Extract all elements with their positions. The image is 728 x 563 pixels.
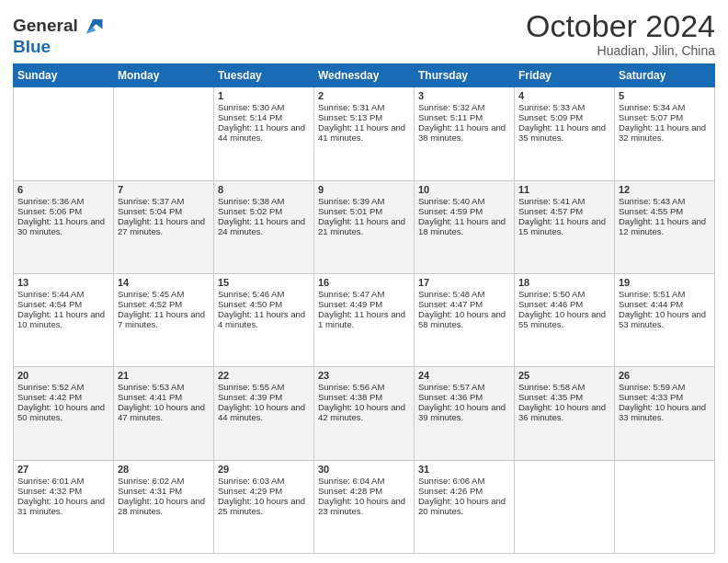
cell-text: Daylight: 11 hours and 35 minutes. — [518, 122, 610, 143]
month-title: October 2024 — [526, 9, 715, 43]
cell-text: Sunrise: 5:52 AM — [17, 382, 109, 392]
cell-text: Sunset: 4:52 PM — [118, 299, 210, 309]
day-number: 9 — [318, 184, 410, 195]
day-number: 11 — [518, 184, 610, 195]
day-number: 23 — [318, 370, 410, 381]
day-number: 15 — [218, 277, 310, 288]
cell-text: Sunrise: 5:37 AM — [118, 196, 210, 206]
calendar-cell: 9Sunrise: 5:39 AMSunset: 5:01 PMDaylight… — [314, 180, 415, 273]
cell-text: Sunset: 4:54 PM — [17, 299, 109, 309]
cell-text: Sunset: 4:55 PM — [619, 206, 711, 216]
day-number: 2 — [318, 90, 410, 101]
cell-text: Sunrise: 5:55 AM — [218, 382, 310, 392]
cell-text: Sunrise: 5:48 AM — [418, 289, 510, 299]
cell-text: Daylight: 11 hours and 4 minutes. — [218, 309, 310, 329]
calendar-cell: 1Sunrise: 5:30 AMSunset: 5:14 PMDaylight… — [214, 87, 314, 180]
cell-text: Sunset: 4:49 PM — [318, 299, 410, 309]
day-number: 27 — [17, 464, 109, 475]
calendar-cell: 21Sunrise: 5:53 AMSunset: 4:41 PMDayligh… — [114, 367, 214, 460]
cell-text: Daylight: 10 hours and 47 minutes. — [118, 402, 210, 422]
cell-text: Daylight: 10 hours and 50 minutes. — [17, 402, 109, 422]
cell-text: Daylight: 10 hours and 31 minutes. — [17, 496, 109, 516]
day-number: 25 — [518, 370, 610, 381]
calendar-cell: 25Sunrise: 5:58 AMSunset: 4:35 PMDayligh… — [515, 367, 615, 460]
logo-icon — [80, 13, 106, 39]
day-header-monday: Monday — [114, 64, 214, 87]
cell-text: Sunrise: 5:43 AM — [619, 196, 711, 206]
cell-text: Sunset: 4:41 PM — [118, 392, 210, 402]
cell-text: Sunrise: 5:41 AM — [518, 196, 610, 206]
calendar-cell: 5Sunrise: 5:34 AMSunset: 5:07 PMDaylight… — [615, 87, 715, 180]
day-number: 24 — [418, 370, 510, 381]
day-number: 5 — [619, 90, 711, 101]
cell-text: Sunset: 4:42 PM — [17, 392, 109, 402]
day-number: 1 — [218, 90, 310, 101]
calendar-cell: 3Sunrise: 5:32 AMSunset: 5:11 PMDaylight… — [415, 87, 515, 180]
cell-text: Daylight: 11 hours and 18 minutes. — [418, 216, 510, 236]
cell-text: Sunset: 4:46 PM — [518, 299, 610, 309]
cell-text: Sunset: 4:38 PM — [318, 392, 410, 402]
cell-text: Daylight: 10 hours and 58 minutes. — [418, 309, 510, 329]
cell-text: Sunrise: 5:32 AM — [418, 102, 510, 112]
cell-text: Sunset: 4:50 PM — [218, 299, 310, 309]
cell-text: Daylight: 11 hours and 44 minutes. — [218, 122, 310, 143]
day-number: 13 — [17, 277, 109, 288]
calendar-table: SundayMondayTuesdayWednesdayThursdayFrid… — [13, 63, 715, 554]
header: General Blue October 2024 Huadian, Jilin… — [13, 9, 715, 58]
cell-text: Sunrise: 5:39 AM — [318, 196, 410, 206]
calendar-header-row: SundayMondayTuesdayWednesdayThursdayFrid… — [14, 64, 715, 87]
calendar-cell: 26Sunrise: 5:59 AMSunset: 4:33 PMDayligh… — [615, 367, 715, 460]
day-number: 4 — [518, 90, 610, 101]
cell-text: Daylight: 11 hours and 30 minutes. — [17, 216, 109, 236]
calendar-cell: 19Sunrise: 5:51 AMSunset: 4:44 PMDayligh… — [615, 274, 715, 367]
cell-text: Sunset: 4:26 PM — [418, 486, 510, 496]
cell-text: Daylight: 11 hours and 1 minute. — [318, 309, 410, 329]
cell-text: Sunrise: 5:57 AM — [418, 382, 510, 392]
cell-text: Sunset: 4:33 PM — [619, 392, 711, 402]
calendar-cell: 4Sunrise: 5:33 AMSunset: 5:09 PMDaylight… — [515, 87, 615, 180]
cell-text: Daylight: 10 hours and 28 minutes. — [118, 496, 210, 516]
cell-text: Daylight: 11 hours and 24 minutes. — [218, 216, 310, 236]
cell-text: Sunset: 4:29 PM — [218, 486, 310, 496]
cell-text: Sunrise: 5:38 AM — [218, 196, 310, 206]
cell-text: Daylight: 10 hours and 55 minutes. — [518, 309, 610, 329]
calendar-cell: 8Sunrise: 5:38 AMSunset: 5:02 PMDaylight… — [214, 180, 314, 273]
calendar-cell: 16Sunrise: 5:47 AMSunset: 4:49 PMDayligh… — [314, 274, 415, 367]
calendar-cell: 14Sunrise: 5:45 AMSunset: 4:52 PMDayligh… — [114, 274, 214, 367]
calendar-cell: 12Sunrise: 5:43 AMSunset: 4:55 PMDayligh… — [615, 180, 715, 273]
cell-text: Daylight: 11 hours and 32 minutes. — [619, 122, 711, 143]
day-number: 7 — [118, 184, 210, 195]
calendar-week-row: 1Sunrise: 5:30 AMSunset: 5:14 PMDaylight… — [14, 87, 715, 180]
day-number: 21 — [118, 370, 210, 381]
calendar-cell: 10Sunrise: 5:40 AMSunset: 4:59 PMDayligh… — [415, 180, 515, 273]
cell-text: Daylight: 11 hours and 7 minutes. — [118, 309, 210, 329]
cell-text: Sunrise: 5:50 AM — [518, 289, 610, 299]
cell-text: Daylight: 11 hours and 27 minutes. — [118, 216, 210, 236]
cell-text: Daylight: 10 hours and 23 minutes. — [318, 496, 410, 516]
cell-text: Sunrise: 5:44 AM — [17, 289, 109, 299]
day-number: 29 — [218, 464, 310, 475]
cell-text: Sunrise: 5:59 AM — [619, 382, 711, 392]
calendar-cell: 24Sunrise: 5:57 AMSunset: 4:36 PMDayligh… — [415, 367, 515, 460]
day-number: 12 — [619, 184, 711, 195]
cell-text: Sunset: 5:09 PM — [518, 112, 610, 122]
calendar-cell: 22Sunrise: 5:55 AMSunset: 4:39 PMDayligh… — [214, 367, 314, 460]
cell-text: Sunrise: 5:47 AM — [318, 289, 410, 299]
day-number: 8 — [218, 184, 310, 195]
cell-text: Sunrise: 5:45 AM — [118, 289, 210, 299]
cell-text: Sunrise: 6:03 AM — [218, 476, 310, 486]
cell-text: Sunrise: 5:34 AM — [619, 102, 711, 112]
logo: General Blue — [13, 13, 106, 57]
day-header-friday: Friday — [515, 64, 615, 87]
calendar-week-row: 6Sunrise: 5:36 AMSunset: 5:06 PMDaylight… — [14, 180, 715, 273]
cell-text: Sunset: 5:04 PM — [118, 206, 210, 216]
cell-text: Daylight: 10 hours and 20 minutes. — [418, 496, 510, 516]
cell-text: Sunrise: 5:56 AM — [318, 382, 410, 392]
calendar-cell: 18Sunrise: 5:50 AMSunset: 4:46 PMDayligh… — [515, 274, 615, 367]
calendar-cell: 30Sunrise: 6:04 AMSunset: 4:28 PMDayligh… — [314, 460, 415, 553]
cell-text: Sunset: 5:06 PM — [17, 206, 109, 216]
day-header-wednesday: Wednesday — [314, 64, 415, 87]
day-number: 31 — [418, 464, 510, 475]
cell-text: Daylight: 10 hours and 42 minutes. — [318, 402, 410, 422]
calendar-cell: 20Sunrise: 5:52 AMSunset: 4:42 PMDayligh… — [14, 367, 114, 460]
